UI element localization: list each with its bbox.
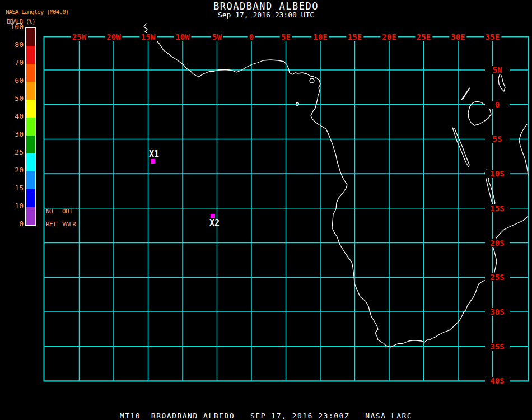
longitude-tick-label: 25W [71, 33, 88, 41]
colorbar-segment [26, 28, 35, 46]
colorbar-segment [26, 189, 35, 207]
coastline-africa-east [519, 124, 528, 175]
latitude-tick-label: 5N [485, 66, 510, 74]
coastline-africa-west-south [144, 24, 528, 347]
colorbar-tick-label: 60 [0, 76, 24, 85]
colorbar-segment [26, 64, 35, 82]
colorbar [25, 27, 36, 226]
latitude-tick-label: 5S [485, 135, 510, 143]
coastlines [144, 24, 528, 347]
page-title: BROADBAND ALBEDO [0, 1, 532, 12]
lake-turkana [498, 73, 505, 91]
marker-square [151, 159, 155, 164]
source-label: NASA Langley (M04.0) [6, 8, 68, 16]
latitude-tick-label: 35S [485, 343, 510, 351]
latitude-tick-label: 40S [485, 377, 510, 385]
colorbar-tick-label: 80 [0, 40, 24, 49]
colorbar-segment [26, 153, 35, 171]
colorbar-tick-label: 40 [0, 112, 24, 121]
latitude-tick-label: 20S [485, 239, 510, 247]
colorbar-segment [26, 82, 35, 100]
colorbar-segment [26, 118, 35, 136]
legend-ret: RET [46, 221, 56, 228]
longitude-tick-label: 20W [105, 33, 122, 41]
longitude-tick-label: 25E [415, 33, 432, 41]
colorbar-tick-label: 100 [0, 22, 24, 31]
longitude-tick-label: 30E [449, 33, 466, 41]
colorbar-tick-label: 70 [0, 58, 24, 67]
colorbar-tick-label: 25 [0, 148, 24, 157]
island-bioko [310, 78, 314, 83]
colorbar-segment [26, 136, 35, 153]
colorbar-tick-label: 20 [0, 166, 24, 175]
legend-no: NO [46, 208, 53, 215]
colorbar-segment [26, 46, 35, 64]
latitude-tick-label: 15S [485, 204, 510, 212]
longitude-tick-label: 10W [174, 33, 191, 41]
longitude-tick-label: 20E [380, 33, 398, 41]
legend-out: OUT [62, 208, 72, 215]
latitude-tick-label: 30S [485, 308, 510, 316]
map-canvas [0, 0, 532, 420]
marker-label: X2 [209, 218, 220, 227]
longitude-tick-label: 15W [139, 33, 157, 41]
longitude-tick-label: 5E [279, 33, 292, 41]
longitude-tick-label: 15E [346, 33, 363, 41]
longitude-tick-label: 0 [248, 33, 255, 41]
latitude-tick-label: 0 [485, 101, 510, 109]
colorbar-tick-label: 30 [0, 130, 24, 139]
albedo-map-screen: { "header": { "source_label": "NASA Lang… [0, 0, 532, 420]
legend-valr: VALR [62, 221, 76, 228]
marker-label: X1 [149, 150, 159, 158]
longitude-tick-label: 5W [211, 33, 223, 41]
colorbar-tick-label: 50 [0, 94, 24, 103]
longitude-tick-label: 35E [484, 33, 501, 41]
colorbar-tick-label: 15 [0, 184, 24, 193]
lake-albert [461, 88, 470, 100]
grid-lines [44, 37, 529, 381]
colorbar-tick-label: 10 [0, 202, 24, 211]
latitude-tick-label: 25S [485, 273, 510, 281]
footer-caption: MT10 BROADBAND ALBEDO SEP 17, 2016 23:00… [0, 412, 532, 420]
colorbar-tick-label: 0 [0, 220, 24, 228]
colorbar-segment [26, 207, 35, 225]
longitude-tick-label: 10E [311, 33, 329, 41]
latitude-tick-label: 10S [485, 170, 510, 178]
colorbar-segment [26, 100, 35, 118]
page-subtitle: Sep 17, 2016 23:00 UTC [0, 11, 532, 19]
colorbar-segment [26, 171, 35, 189]
lake-tanganyika [452, 128, 469, 167]
